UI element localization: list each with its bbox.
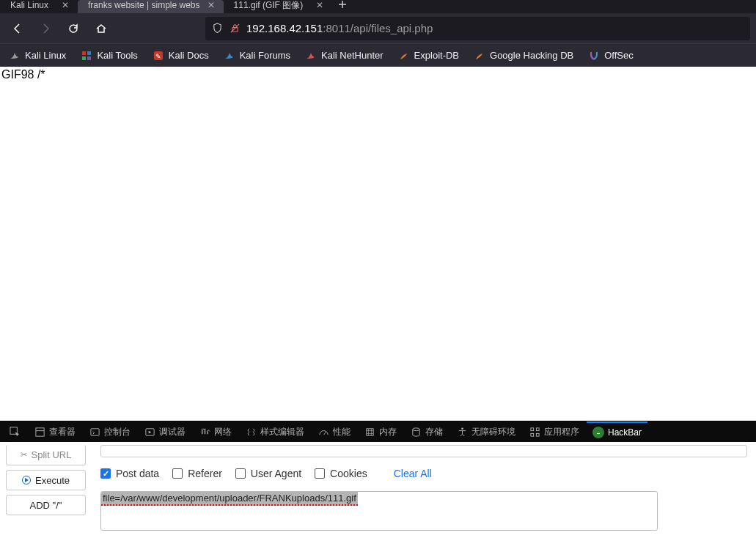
post-data-textarea[interactable]: file=/var/www/development/uploader/FRANK… bbox=[100, 491, 658, 531]
lock-insecure-icon[interactable] bbox=[229, 23, 241, 34]
devtools-tab-inspector[interactable]: 查看器 bbox=[28, 421, 81, 443]
split-url-button[interactable]: ✂ Split URL bbox=[6, 445, 86, 465]
play-icon bbox=[22, 476, 31, 484]
tab-title: Kali Linux bbox=[10, 0, 48, 10]
tab-label: HackBar bbox=[608, 427, 642, 438]
bookmark-exploit-db[interactable]: Exploit-DB bbox=[394, 47, 463, 65]
exploit-db-icon bbox=[398, 50, 410, 62]
console-icon bbox=[89, 426, 100, 438]
checkbox-icon bbox=[315, 468, 325, 479]
checkbox-icon bbox=[172, 468, 183, 479]
devtools-tab-debugger[interactable]: 调试器 bbox=[138, 421, 191, 443]
tab-label: 无障碍环境 bbox=[471, 426, 515, 438]
tab-label: 性能 bbox=[333, 426, 351, 438]
devtools-tabbar: 查看器 控制台 调试器 网络 样式编辑器 性能 内存 存储 无障碍环境 应用程序… bbox=[0, 421, 756, 442]
nethunter-icon bbox=[305, 50, 317, 62]
bookmark-google-hacking-db[interactable]: Google Hacking DB bbox=[469, 47, 578, 65]
network-icon bbox=[199, 426, 210, 438]
post-data-checkbox[interactable]: Post data bbox=[100, 468, 159, 479]
devtools-tab-hackbar[interactable]: HackBar bbox=[587, 421, 647, 443]
response-text: GIF98 /* bbox=[1, 68, 45, 81]
bookmark-label: Kali Docs bbox=[169, 50, 209, 61]
hackbar-body: Post data Referer User Agent Cookies Cle… bbox=[92, 442, 756, 549]
bookmark-label: Kali Linux bbox=[25, 50, 66, 61]
back-button[interactable] bbox=[6, 17, 29, 40]
inspector-icon bbox=[34, 426, 45, 438]
page-body: GIF98 /* bbox=[0, 67, 756, 421]
reload-button[interactable] bbox=[62, 17, 85, 40]
close-icon[interactable]: ✕ bbox=[315, 0, 325, 10]
cookies-checkbox[interactable]: Cookies bbox=[315, 468, 367, 479]
tools-icon bbox=[81, 50, 92, 62]
close-icon[interactable]: ✕ bbox=[206, 0, 216, 10]
tab-title: franks website | simple webs bbox=[88, 0, 200, 10]
tab-kali-linux[interactable]: Kali Linux ✕ bbox=[0, 0, 78, 13]
svg-rect-20 bbox=[536, 433, 539, 436]
bookmark-kali-nethunter[interactable]: Kali NetHunter bbox=[301, 47, 388, 65]
debugger-icon bbox=[144, 426, 155, 438]
svg-rect-18 bbox=[536, 427, 539, 430]
close-icon[interactable]: ✕ bbox=[60, 0, 70, 10]
bookmark-offsec[interactable]: OffSec bbox=[584, 47, 638, 65]
devtools-tab-accessibility[interactable]: 无障碍环境 bbox=[450, 421, 521, 443]
docs-icon: ✎ bbox=[153, 50, 164, 62]
add-slash-button[interactable]: ADD "/" bbox=[6, 495, 86, 515]
option-label: Post data bbox=[116, 468, 159, 479]
referer-checkbox[interactable]: Referer bbox=[172, 468, 222, 479]
url-host: 192.168.42.151 bbox=[246, 22, 323, 34]
tab-label: 查看器 bbox=[49, 426, 76, 438]
bookmark-label: Exploit-DB bbox=[414, 50, 459, 61]
svg-rect-3 bbox=[87, 51, 91, 55]
offsec-icon bbox=[588, 50, 600, 62]
svg-rect-2 bbox=[82, 51, 86, 55]
svg-rect-11 bbox=[90, 428, 98, 435]
post-data-text: file=/var/www/development/uploader/FRANK… bbox=[101, 492, 358, 506]
svg-rect-17 bbox=[530, 427, 533, 430]
devtools-tab-network[interactable]: 网络 bbox=[193, 421, 238, 443]
home-button[interactable] bbox=[89, 17, 113, 40]
dragon-icon bbox=[9, 50, 21, 62]
devtools-tab-performance[interactable]: 性能 bbox=[312, 421, 356, 443]
devtools-tab-storage[interactable]: 存储 bbox=[404, 421, 449, 443]
svg-text:✎: ✎ bbox=[155, 53, 161, 60]
tab-franks-website[interactable]: franks website | simple webs ✕ bbox=[78, 0, 224, 13]
svg-rect-4 bbox=[82, 56, 86, 60]
browser-toolbar: 192.168.42.151:8011/api/files_api.php bbox=[0, 13, 756, 43]
tab-label: 控制台 bbox=[104, 426, 131, 438]
clear-all-link[interactable]: Clear All bbox=[394, 468, 432, 479]
svg-rect-19 bbox=[530, 433, 533, 436]
hackbar-actions: ✂ Split URL Execute ADD "/" bbox=[0, 442, 92, 549]
memory-icon bbox=[364, 426, 375, 438]
devtools-tab-style-editor[interactable]: 样式编辑器 bbox=[239, 421, 310, 443]
url-path: :8011/api/files_api.php bbox=[323, 22, 433, 34]
option-label: Referer bbox=[188, 468, 222, 479]
devtools-pick-element[interactable] bbox=[3, 421, 26, 443]
browser-tab-strip: Kali Linux ✕ franks website | simple web… bbox=[0, 0, 756, 13]
hackbar-options-row: Post data Referer User Agent Cookies Cle… bbox=[100, 468, 747, 479]
storage-icon bbox=[410, 426, 422, 438]
accessibility-icon bbox=[456, 426, 468, 438]
execute-button[interactable]: Execute bbox=[6, 470, 86, 490]
bookmark-kali-forums[interactable]: Kali Forums bbox=[219, 47, 295, 65]
button-label: ADD "/" bbox=[30, 500, 62, 511]
svg-line-13 bbox=[323, 432, 326, 435]
hackbar-url-input[interactable] bbox=[100, 445, 747, 457]
devtools-tab-memory[interactable]: 内存 bbox=[358, 421, 403, 443]
forward-button[interactable] bbox=[34, 17, 57, 40]
bookmark-kali-docs[interactable]: ✎ Kali Docs bbox=[148, 47, 213, 65]
address-bar[interactable]: 192.168.42.151:8011/api/files_api.php bbox=[205, 17, 750, 40]
bookmark-kali-linux[interactable]: Kali Linux bbox=[4, 47, 70, 65]
bookmark-kali-tools[interactable]: Kali Tools bbox=[76, 47, 142, 65]
shield-icon[interactable] bbox=[211, 23, 223, 34]
tab-label: 存储 bbox=[425, 426, 443, 438]
scissors-icon: ✂ bbox=[21, 450, 27, 460]
bookmark-label: OffSec bbox=[604, 50, 634, 61]
new-tab-button[interactable] bbox=[332, 0, 353, 9]
bookmark-label: Kali Tools bbox=[97, 50, 137, 61]
apps-icon bbox=[529, 426, 540, 438]
devtools-tab-applications[interactable]: 应用程序 bbox=[523, 421, 585, 443]
user-agent-checkbox[interactable]: User Agent bbox=[235, 468, 301, 479]
bookmarks-bar: Kali Linux Kali Tools ✎ Kali Docs Kali F… bbox=[0, 43, 756, 67]
devtools-tab-console[interactable]: 控制台 bbox=[83, 421, 136, 443]
tab-111-gif[interactable]: 111.gif (GIF 图像) ✕ bbox=[224, 0, 333, 13]
